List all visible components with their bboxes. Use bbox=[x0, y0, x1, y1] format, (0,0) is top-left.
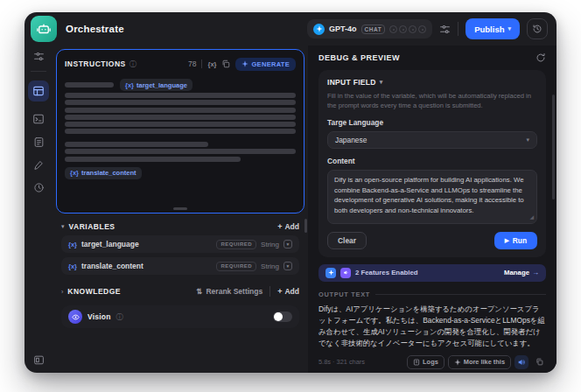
text-to-speech-button[interactable] bbox=[514, 355, 528, 369]
sidebar-item-orchestrate[interactable] bbox=[28, 80, 49, 102]
features-enabled-bar[interactable]: 2 Features Enabled Manage → bbox=[318, 264, 546, 282]
sidebar-item-annotation[interactable] bbox=[33, 159, 45, 171]
document-icon bbox=[33, 136, 45, 148]
sparkle-icon bbox=[242, 60, 248, 67]
publish-button[interactable]: Publish ▾ bbox=[466, 18, 520, 39]
debug-preview-panel: DEBUG & PREVIEW INPUT FIELD ▾ Fill in th… bbox=[308, 46, 556, 373]
right-panel-scrollbar[interactable] bbox=[552, 94, 555, 200]
variable-chip-translate-content[interactable]: {x} translate_content bbox=[65, 167, 142, 179]
content-textarea[interactable]: Dify is an open-source platform for buil… bbox=[327, 170, 537, 224]
app-header: Orchestrate GPT-4o CHAT Publish ▾ bbox=[24, 12, 556, 46]
sidebar-item-logs[interactable] bbox=[33, 136, 45, 148]
rerank-settings-button[interactable]: ⇅ Rerank Settings bbox=[196, 287, 262, 296]
run-button[interactable]: ▶ Run bbox=[494, 232, 537, 249]
logs-button[interactable]: Logs bbox=[407, 355, 444, 369]
refresh-icon[interactable] bbox=[536, 52, 546, 63]
left-sidebar bbox=[24, 46, 52, 373]
frame-icon bbox=[33, 354, 45, 366]
model-mode-badge: CHAT bbox=[361, 24, 386, 34]
arrow-right-icon: → bbox=[532, 269, 539, 276]
orchestrate-icon bbox=[32, 85, 45, 97]
required-badge: REQUIRED bbox=[216, 262, 256, 271]
robot-icon bbox=[36, 21, 52, 37]
target-language-label: Targe Language bbox=[327, 118, 537, 127]
clear-button[interactable]: Clear bbox=[327, 232, 367, 249]
chevron-right-icon: › bbox=[61, 289, 63, 295]
collapse-panel-icon[interactable] bbox=[33, 354, 45, 366]
plus-icon: + bbox=[277, 222, 282, 231]
app-logo-icon[interactable] bbox=[31, 16, 57, 42]
play-icon: ▶ bbox=[505, 237, 509, 244]
content-label: Content bbox=[327, 157, 537, 165]
variable-row-translate-content[interactable]: {x} translate_content REQUIRED String ▾ bbox=[61, 257, 299, 275]
resize-corner-icon: ◢ bbox=[529, 214, 534, 221]
variable-type: String bbox=[261, 241, 279, 248]
app-window: Orchestrate GPT-4o CHAT Publish ▾ bbox=[24, 12, 556, 373]
page-title: Orchestrate bbox=[66, 24, 124, 34]
input-field-header[interactable]: INPUT FIELD ▾ bbox=[327, 78, 537, 87]
chevron-down-icon: ▾ bbox=[61, 223, 65, 230]
type-select-icon[interactable]: ▾ bbox=[284, 262, 292, 270]
left-panel-scrollbar[interactable] bbox=[304, 219, 307, 233]
instructions-editor[interactable]: INSTRUCTIONS ⓘ 78 {x} bbox=[56, 49, 304, 214]
insert-variable-icon[interactable]: {x} bbox=[207, 60, 216, 68]
pencil-icon bbox=[33, 159, 45, 171]
output-text: Difyは、AIアプリケーションを構築するためのオープンソースプラットフォームで… bbox=[318, 304, 546, 349]
clock-icon bbox=[33, 182, 45, 193]
more-like-this-button[interactable]: More like this bbox=[448, 355, 511, 369]
chevron-down-icon: ▾ bbox=[526, 136, 529, 144]
manage-features-button[interactable]: Manage → bbox=[504, 269, 539, 276]
output-meta: 5.8s · 321 chars bbox=[318, 358, 365, 366]
logs-icon bbox=[413, 359, 420, 366]
output-text-title: OUTPUT TEXT bbox=[318, 290, 370, 298]
required-badge: REQUIRED bbox=[216, 240, 256, 249]
variables-section-header[interactable]: ▾ VARIABLES + Add bbox=[61, 222, 299, 231]
add-variable-button[interactable]: + Add bbox=[277, 222, 299, 231]
knowledge-section-header[interactable]: › KNOWLEDGE ⇅ Rerank Settings + Add bbox=[61, 286, 299, 297]
model-name: GPT-4o bbox=[329, 24, 357, 33]
debug-title: DEBUG & PREVIEW bbox=[318, 53, 400, 62]
openai-icon bbox=[313, 24, 325, 35]
sidebar-item-history[interactable] bbox=[33, 182, 45, 193]
clipboard-icon bbox=[536, 358, 543, 366]
speech-feature-icon bbox=[340, 268, 351, 278]
features-count-text: 2 Features Enabled bbox=[355, 269, 418, 276]
resize-handle[interactable] bbox=[173, 207, 187, 210]
sidebar-divider bbox=[31, 71, 46, 72]
variable-type: String bbox=[261, 262, 279, 270]
sparkle-feature-icon bbox=[326, 268, 336, 278]
info-icon: ⓘ bbox=[116, 312, 123, 322]
variable-chip-target-language[interactable]: {x} target_language bbox=[120, 79, 192, 91]
sidebar-item-terminal[interactable] bbox=[32, 113, 45, 125]
add-knowledge-button[interactable]: + Add bbox=[277, 287, 299, 296]
input-field-card: INPUT FIELD ▾ Fill in the value of the v… bbox=[318, 70, 546, 257]
target-language-select[interactable]: Japanese ▾ bbox=[327, 131, 537, 149]
type-select-icon[interactable]: ▾ bbox=[284, 240, 292, 248]
sparkle-icon bbox=[454, 359, 461, 366]
eye-icon bbox=[68, 310, 82, 324]
vision-feature-row: Vision ⓘ bbox=[61, 305, 299, 328]
vision-toggle[interactable] bbox=[273, 312, 292, 322]
model-capability-icons bbox=[389, 25, 426, 33]
chevron-down-icon: ▾ bbox=[508, 25, 511, 32]
plus-icon: + bbox=[277, 287, 282, 296]
speaker-icon bbox=[517, 358, 526, 367]
char-count: 78 bbox=[188, 60, 196, 68]
copy-output-button[interactable] bbox=[532, 355, 546, 369]
input-field-description: Fill in the value of the variable, which… bbox=[327, 91, 537, 110]
output-divider bbox=[375, 294, 546, 295]
prompt-content: {x} target_language {x} bbox=[65, 79, 296, 179]
model-params-icon[interactable] bbox=[439, 24, 451, 35]
generate-button[interactable]: GENERATE bbox=[235, 58, 296, 71]
tools-icon[interactable] bbox=[33, 51, 45, 62]
chevron-down-icon: ▾ bbox=[380, 79, 383, 86]
orchestrate-panel: INSTRUCTIONS ⓘ 78 {x} bbox=[52, 46, 308, 373]
copy-icon[interactable] bbox=[221, 56, 230, 72]
rerank-icon: ⇅ bbox=[196, 287, 202, 296]
info-icon: ⓘ bbox=[130, 60, 136, 69]
variable-row-target-language[interactable]: {x} target_language REQUIRED String ▾ bbox=[61, 235, 299, 253]
history-button[interactable] bbox=[527, 18, 548, 39]
instructions-title: INSTRUCTIONS bbox=[65, 60, 126, 68]
header-divider bbox=[458, 22, 458, 36]
model-selector[interactable]: GPT-4o CHAT bbox=[307, 19, 432, 38]
